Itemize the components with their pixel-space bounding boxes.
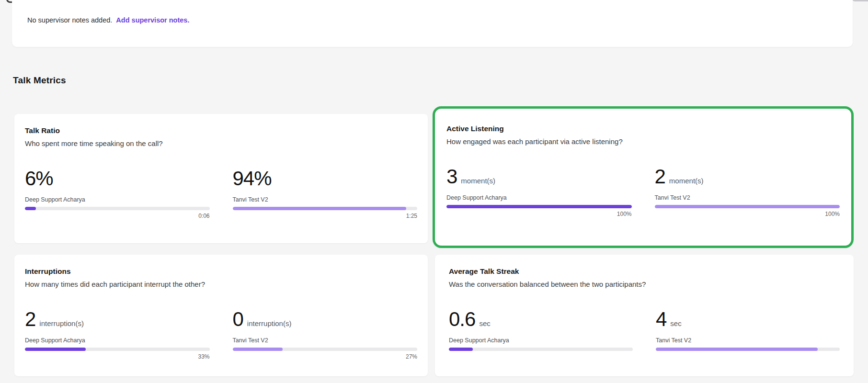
metric-value-line: 6% <box>25 169 210 189</box>
metric-value: 0 <box>233 309 243 329</box>
progress-bar-track <box>655 205 840 208</box>
supervisor-notes-empty-text: No supervisor notes added. <box>27 16 112 24</box>
metric-card-description: Who spent more time speaking on the call… <box>25 139 417 147</box>
metric-sub-label: 1:25 <box>233 213 418 219</box>
metric-sub-label: 100% <box>446 211 632 217</box>
progress-bar-fill <box>655 205 840 208</box>
metric-value: 0.6 <box>449 309 475 329</box>
participant-name: Deep Support Acharya <box>25 337 210 344</box>
metric-card-title: Active Listening <box>446 124 840 133</box>
supervisor-notes-card: No supervisor notes added. Add superviso… <box>12 0 853 47</box>
metric-unit: moment(s) <box>669 177 704 185</box>
participant-name: Deep Support Acharya <box>446 194 632 201</box>
progress-bar-track <box>449 348 633 351</box>
participant-metric: 2 moment(s) Tanvi Test V2 100% <box>655 167 840 217</box>
metric-value-line: 4 sec <box>656 309 840 329</box>
progress-bar-track <box>656 348 840 351</box>
cropped-ui-fragment-right <box>852 0 868 1</box>
progress-bar-fill <box>25 348 86 351</box>
progress-bar-fill <box>446 205 632 208</box>
metric-value-line: 3 moment(s) <box>446 167 632 187</box>
metric-value-line: 0.6 sec <box>449 309 633 329</box>
metric-sub-label: 27% <box>233 353 418 360</box>
metric-value: 3 <box>446 167 457 187</box>
metric-card-description: How engaged was each participant via act… <box>446 137 840 146</box>
participant-name: Tanvi Test V2 <box>233 337 418 344</box>
progress-bar-fill <box>233 348 283 351</box>
progress-bar-track <box>233 207 418 210</box>
metric-value: 2 <box>25 309 35 329</box>
metric-sub-label: 33% <box>25 353 210 360</box>
metric-unit: sec <box>479 319 490 327</box>
participant-metric: 6% Deep Support Acharya 0:06 <box>25 169 210 219</box>
metric-unit: interruption(s) <box>247 319 292 327</box>
metric-value-line: 2 moment(s) <box>655 167 840 187</box>
metric-row: 3 moment(s) Deep Support Acharya 100% 2 … <box>446 167 840 217</box>
metric-card-average-talk-streak: Average Talk Streak Was the conversation… <box>435 255 854 376</box>
metric-row: 0.6 sec Deep Support Acharya 4 sec Tanvi… <box>449 309 840 360</box>
metric-value: 94% <box>233 169 272 189</box>
metric-value: 2 <box>655 167 665 187</box>
metric-sub-label <box>656 353 840 360</box>
participant-name: Deep Support Acharya <box>449 337 633 344</box>
progress-bar-fill <box>449 348 473 351</box>
metric-card-description: Was the conversation balanced between th… <box>449 280 840 288</box>
participant-metric: 3 moment(s) Deep Support Acharya 100% <box>446 167 632 217</box>
metric-unit: sec <box>670 319 681 327</box>
progress-bar-fill <box>656 348 818 351</box>
participant-metric: 2 interruption(s) Deep Support Acharya 3… <box>25 309 210 360</box>
participant-metric: 0 interruption(s) Tanvi Test V2 27% <box>233 309 418 360</box>
metric-row: 6% Deep Support Acharya 0:06 94% Tanvi T… <box>25 169 417 219</box>
progress-bar-fill <box>25 207 36 210</box>
participant-name: Deep Support Acharya <box>25 196 210 203</box>
metric-card-title: Talk Ratio <box>25 126 417 135</box>
participant-metric: 4 sec Tanvi Test V2 <box>656 309 840 360</box>
add-supervisor-notes-link[interactable]: Add supervisor notes. <box>116 16 189 24</box>
metric-card-description: How many times did each participant inte… <box>25 280 417 288</box>
progress-bar-track <box>446 205 632 208</box>
participant-metric: 94% Tanvi Test V2 1:25 <box>233 169 418 219</box>
progress-bar-track <box>25 348 210 351</box>
metric-card-active-listening: Active Listening How engaged was each pa… <box>433 106 854 248</box>
metric-card-title: Average Talk Streak <box>449 267 840 276</box>
metric-card-title: Interruptions <box>25 267 417 276</box>
progress-bar-track <box>25 207 210 210</box>
metric-row: 2 interruption(s) Deep Support Acharya 3… <box>25 309 417 360</box>
metric-value: 6% <box>25 169 53 189</box>
progress-bar-fill <box>233 207 406 210</box>
metric-sub-label: 0:06 <box>25 213 210 219</box>
participant-name: Tanvi Test V2 <box>655 194 840 201</box>
participant-name: Tanvi Test V2 <box>233 196 418 203</box>
talk-metrics-heading: Talk Metrics <box>13 75 66 86</box>
progress-bar-track <box>233 348 418 351</box>
metric-card-talk-ratio: Talk Ratio Who spent more time speaking … <box>14 114 428 243</box>
metric-value-line: 0 interruption(s) <box>233 309 418 329</box>
metric-value-line: 2 interruption(s) <box>25 309 210 329</box>
metric-card-interruptions: Interruptions How many times did each pa… <box>14 255 428 376</box>
participant-metric: 0.6 sec Deep Support Acharya <box>449 309 633 360</box>
participant-name: Tanvi Test V2 <box>656 337 840 344</box>
metric-sub-label <box>449 353 633 360</box>
metric-unit: moment(s) <box>461 177 495 185</box>
metric-sub-label: 100% <box>655 211 840 217</box>
metric-value: 4 <box>656 309 666 329</box>
metric-unit: interruption(s) <box>39 319 84 327</box>
metric-value-line: 94% <box>233 169 418 189</box>
